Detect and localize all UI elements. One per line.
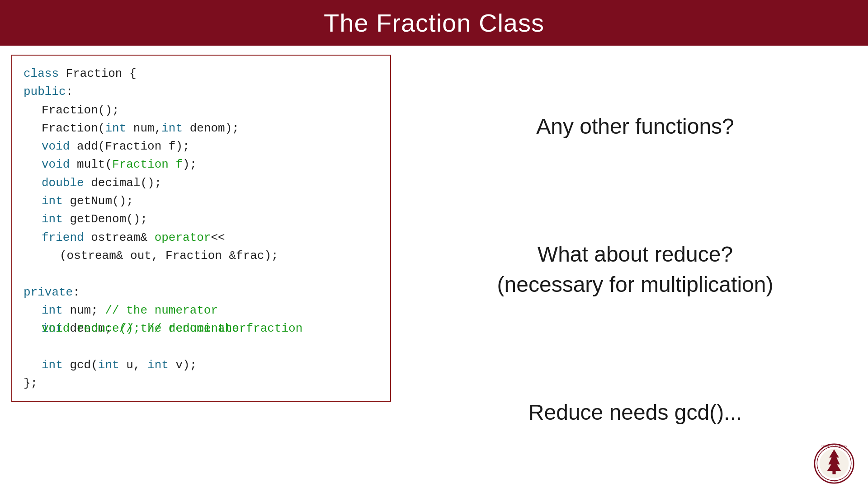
code-line-10: friend ostream& operator<<	[24, 229, 379, 247]
code-line-num: int num; // the numerator	[24, 301, 379, 319]
code-panel: class Fraction { public: Fraction(); Fra…	[11, 55, 391, 402]
header-title: The Fraction Class	[324, 9, 544, 37]
header: The Fraction Class	[0, 0, 868, 46]
code-line-blank2	[24, 338, 379, 356]
code-line-9: int getDenom();	[24, 210, 379, 228]
code-line-3: Fraction();	[24, 101, 379, 119]
content: class Fraction { public: Fraction(); Fra…	[0, 46, 868, 488]
code-line-blank1	[24, 265, 379, 283]
code-line-2: public:	[24, 83, 379, 101]
code-line-1: class Fraction {	[24, 65, 379, 83]
code-line-private: private:	[24, 283, 379, 301]
stanford-seal: 1891 STANFORD UNIVERSITY	[814, 443, 854, 484]
question-reduce: What about reduce? (necessary for multip…	[497, 239, 774, 300]
code-line-7: double decimal();	[24, 174, 379, 192]
code-line-6: void mult(Fraction f);	[24, 155, 379, 174]
svg-text:STANFORD UNIVERSITY: STANFORD UNIVERSITY	[821, 446, 847, 448]
code-line-gcd: int gcd(int u, int v);	[24, 356, 379, 374]
svg-text:1891: 1891	[831, 480, 837, 483]
code-line-denom: int denom; // the denominator void reduc…	[24, 319, 379, 338]
question-gcd: Reduce needs gcd()...	[528, 400, 742, 425]
code-line-close: };	[24, 374, 379, 392]
code-line-11: (ostream& out, Fraction &frac);	[24, 247, 379, 265]
svg-rect-4	[832, 471, 835, 474]
text-panel: Any other functions? What about reduce? …	[402, 46, 868, 488]
question-any-other: Any other functions?	[536, 114, 734, 139]
code-line-8: int getNum();	[24, 192, 379, 210]
code-line-5: void add(Fraction f);	[24, 137, 379, 155]
code-line-4: Fraction(int num,int denom);	[24, 119, 379, 137]
